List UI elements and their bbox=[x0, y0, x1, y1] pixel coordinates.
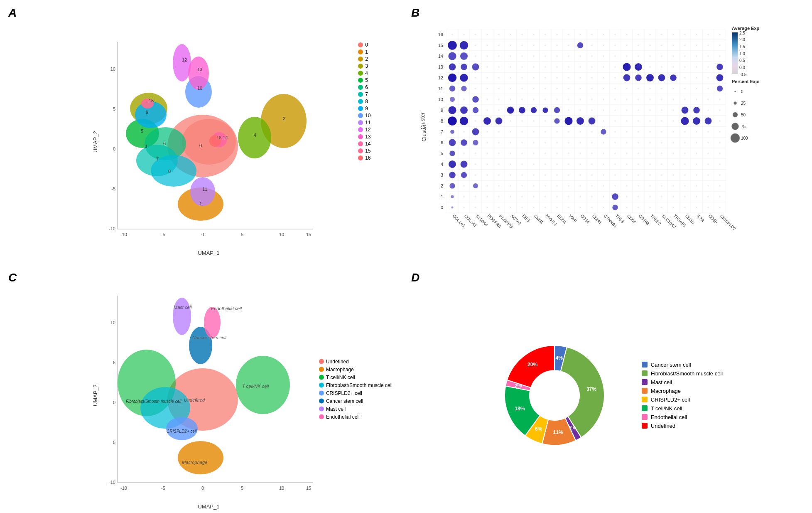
legend-color-endothelial bbox=[319, 414, 324, 419]
svg-point-683 bbox=[638, 109, 639, 111]
svg-text:TP53: TP53 bbox=[615, 214, 625, 224]
svg-point-518 bbox=[672, 34, 674, 35]
svg-point-732 bbox=[649, 131, 651, 133]
svg-text:-0.5: -0.5 bbox=[739, 72, 747, 77]
svg-point-686 bbox=[672, 109, 674, 111]
svg-point-943 bbox=[576, 117, 584, 125]
svg-text:16 14: 16 14 bbox=[216, 135, 228, 140]
legend-item-cluster-11: 11 bbox=[358, 120, 370, 126]
svg-point-958 bbox=[682, 107, 689, 114]
svg-point-651 bbox=[545, 99, 546, 100]
svg-point-750 bbox=[579, 142, 581, 143]
svg-point-877 bbox=[661, 196, 662, 197]
svg-point-529 bbox=[521, 44, 523, 46]
cell-type-legend-c: Undefined Macrophage T cell/NK cell Fibr… bbox=[319, 358, 393, 419]
legend-label-cancerstem: Cancer stem cell bbox=[326, 398, 363, 404]
donut-legend-fibroblast/smooth-muscle-cell: Fibroblast/Smooth muscle cell bbox=[642, 370, 723, 377]
svg-point-843 bbox=[545, 185, 546, 187]
donut-legend-label: Undefined bbox=[651, 423, 675, 429]
svg-point-569 bbox=[707, 55, 709, 57]
svg-point-821 bbox=[568, 174, 569, 176]
svg-point-629 bbox=[568, 88, 569, 89]
svg-point-796 bbox=[556, 163, 558, 165]
svg-point-559 bbox=[591, 55, 593, 57]
donut-container: 4%37%2%11%6%18%2%20% Cancer stem cellFib… bbox=[492, 329, 723, 462]
svg-point-744 bbox=[510, 142, 511, 143]
svg-point-885 bbox=[475, 207, 476, 208]
svg-point-871 bbox=[591, 196, 593, 197]
svg-point-633 bbox=[614, 88, 616, 89]
svg-text:100: 100 bbox=[741, 136, 748, 141]
svg-text:13: 13 bbox=[438, 64, 443, 69]
svg-text:12: 12 bbox=[182, 57, 187, 62]
legend-dot-14 bbox=[358, 141, 363, 146]
legend-tcell: T cell/NK cell bbox=[319, 374, 393, 380]
svg-point-746 bbox=[533, 142, 535, 143]
svg-point-690 bbox=[719, 109, 721, 111]
svg-point-951 bbox=[635, 74, 642, 81]
svg-point-903 bbox=[684, 207, 686, 208]
svg-rect-972 bbox=[732, 32, 738, 74]
svg-point-923 bbox=[531, 107, 537, 113]
svg-point-579 bbox=[545, 66, 546, 68]
svg-text:75: 75 bbox=[741, 124, 746, 129]
svg-point-818 bbox=[533, 174, 535, 176]
svg-point-769 bbox=[521, 153, 523, 154]
svg-point-707 bbox=[638, 120, 639, 122]
svg-text:20%: 20% bbox=[527, 362, 537, 367]
svg-point-783 bbox=[684, 153, 686, 154]
svg-point-893 bbox=[568, 207, 569, 208]
svg-text:1.5: 1.5 bbox=[739, 44, 745, 49]
dotplot-svg: Cluster // Will be done in JS Cluster161… bbox=[419, 21, 759, 263]
svg-point-797 bbox=[568, 163, 569, 165]
svg-point-848 bbox=[603, 185, 604, 187]
svg-point-809 bbox=[707, 163, 709, 165]
panel-d: D 4%37%2%11%6%18%2%20% Cancer stem cellF… bbox=[407, 269, 808, 509]
svg-point-822 bbox=[579, 174, 581, 176]
svg-point-970 bbox=[473, 140, 478, 145]
svg-point-512 bbox=[603, 34, 604, 35]
svg-point-514 bbox=[626, 34, 628, 35]
svg-point-830 bbox=[672, 174, 674, 176]
svg-point-851 bbox=[638, 185, 639, 187]
svg-point-605 bbox=[568, 77, 569, 79]
svg-point-799 bbox=[591, 163, 593, 165]
legend-label-7: 7 bbox=[365, 91, 368, 97]
panel-d-label: D bbox=[411, 271, 419, 284]
svg-point-828 bbox=[649, 174, 651, 176]
svg-point-901 bbox=[661, 207, 662, 208]
svg-point-918 bbox=[450, 97, 455, 102]
svg-point-785 bbox=[707, 153, 709, 154]
svg-text:1.0: 1.0 bbox=[739, 52, 745, 56]
svg-point-652 bbox=[556, 99, 558, 100]
legend-macrophage: Macrophage bbox=[319, 366, 393, 372]
svg-point-551 bbox=[498, 55, 500, 57]
svg-point-775 bbox=[591, 153, 593, 154]
svg-text:-10: -10 bbox=[120, 232, 127, 237]
legend-label-13: 13 bbox=[365, 134, 370, 140]
svg-point-656 bbox=[603, 99, 604, 100]
svg-point-966 bbox=[601, 129, 606, 134]
donut-color-dot bbox=[642, 414, 648, 420]
svg-point-962 bbox=[717, 86, 723, 91]
svg-point-858 bbox=[719, 185, 721, 187]
svg-point-630 bbox=[579, 88, 581, 89]
svg-point-747 bbox=[545, 142, 546, 143]
svg-text:4: 4 bbox=[254, 133, 256, 138]
svg-point-916 bbox=[449, 86, 455, 91]
svg-point-634 bbox=[626, 88, 628, 89]
svg-point-662 bbox=[672, 99, 674, 100]
svg-point-555 bbox=[545, 55, 546, 57]
legend-mast: Mast cell bbox=[319, 406, 393, 412]
svg-point-860 bbox=[463, 196, 465, 197]
legend-label-9: 9 bbox=[365, 106, 368, 111]
svg-text:16: 16 bbox=[438, 32, 443, 37]
svg-point-808 bbox=[696, 163, 697, 165]
legend-label-crispld2: CRISPLD2+ cell bbox=[326, 390, 362, 396]
svg-point-624 bbox=[510, 88, 511, 89]
svg-text:7: 7 bbox=[441, 129, 443, 134]
svg-text:10: 10 bbox=[110, 320, 115, 325]
svg-point-565 bbox=[661, 55, 662, 57]
legend-dot-4 bbox=[358, 71, 363, 76]
legend-dot-7 bbox=[358, 92, 363, 97]
